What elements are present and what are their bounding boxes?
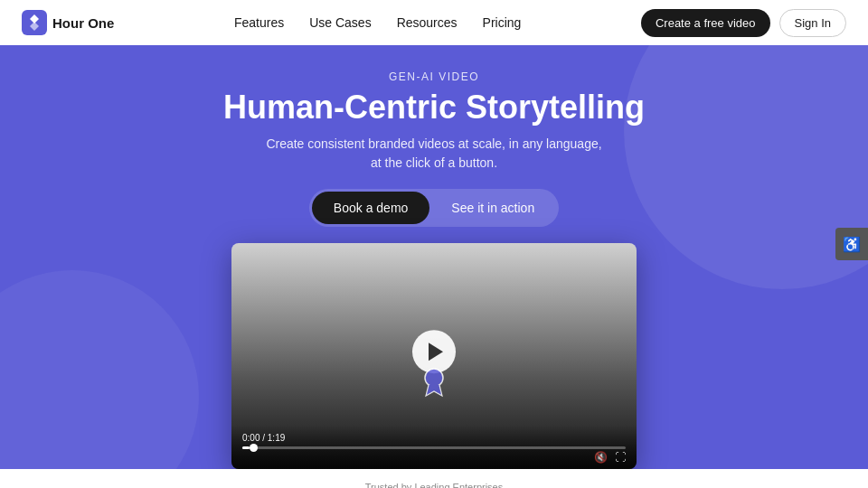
hero-subtitle-line2: at the click of a button.	[371, 155, 497, 170]
hero-subtitle-line1: Create consistent branded videos at scal…	[266, 136, 601, 151]
hero-cta-group: Book a demo See it in action	[309, 189, 559, 227]
accessibility-button[interactable]: ♿	[835, 228, 868, 260]
logo-text: Hour One	[52, 15, 114, 31]
book-demo-button[interactable]: Book a demo	[312, 192, 430, 224]
video-player[interactable]: 0:00 / 1:19 🔇 ⛶	[231, 243, 637, 469]
nav-pricing[interactable]: Pricing	[483, 15, 522, 30]
trusted-label: Trusted by Leading Enterprises	[365, 482, 503, 488]
video-timestamp: 0:00 / 1:19	[242, 433, 626, 443]
hero-subtitle: Create consistent branded videos at scal…	[266, 135, 601, 173]
video-controls: 0:00 / 1:19 🔇 ⛶	[231, 426, 637, 469]
nav-actions: Create a free video Sign In	[641, 9, 846, 37]
award-icon	[417, 365, 451, 399]
fullscreen-icon[interactable]: ⛶	[615, 451, 626, 464]
navbar: Hour One Features Use Cases Resources Pr…	[0, 0, 868, 45]
mute-icon[interactable]: 🔇	[594, 451, 608, 464]
nav-features[interactable]: Features	[234, 15, 284, 30]
nav-use-cases[interactable]: Use Cases	[309, 15, 371, 30]
logo[interactable]: Hour One	[22, 10, 114, 35]
see-in-action-button[interactable]: See it in action	[429, 192, 556, 224]
hero-section: GEN-AI VIDEO Human-Centric Storytelling …	[0, 45, 868, 469]
nav-resources[interactable]: Resources	[397, 15, 458, 30]
trusted-section: Trusted by Leading Enterprises PM PRISMA…	[0, 469, 868, 488]
video-progress-bar[interactable]	[242, 446, 626, 449]
sign-in-button[interactable]: Sign In	[779, 9, 846, 37]
hero-title: Human-Centric Storytelling	[223, 89, 645, 126]
svg-point-1	[425, 369, 443, 387]
logo-icon	[22, 10, 47, 35]
create-free-video-button[interactable]: Create a free video	[641, 9, 770, 37]
video-control-icons: 🔇 ⛶	[242, 451, 626, 464]
accessibility-icon: ♿	[843, 236, 861, 253]
nav-links: Features Use Cases Resources Pricing	[234, 15, 521, 30]
video-progress-fill	[242, 446, 250, 449]
hero-eyebrow: GEN-AI VIDEO	[389, 70, 479, 83]
